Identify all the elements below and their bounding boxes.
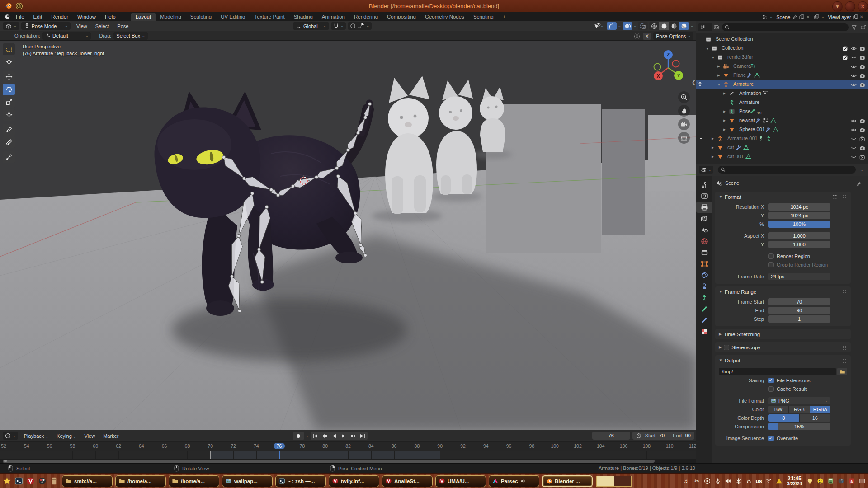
keyboard-layout-indicator[interactable]: us <box>756 478 762 484</box>
camera-x-toggle[interactable] <box>859 154 865 160</box>
properties-tab-texture[interactable] <box>696 326 712 337</box>
tray-play-icon[interactable] <box>704 478 711 485</box>
tab-geometry-nodes[interactable]: Geometry Nodes <box>420 13 469 21</box>
properties-tab-tool[interactable] <box>696 179 712 190</box>
segment-16[interactable]: 16 <box>800 414 831 422</box>
camera-toggle[interactable] <box>859 127 865 133</box>
taskbar-window-blender-[interactable]: Blender ... <box>542 475 593 487</box>
outliner-row-cat[interactable]: ▶cat <box>696 143 868 152</box>
menu-window[interactable]: Window <box>73 13 100 21</box>
outliner-row-plane[interactable]: ▶Plane <box>696 71 868 80</box>
dropdown[interactable]: 24 fps⌄ <box>768 273 830 280</box>
outliner-search-input[interactable] <box>722 23 849 31</box>
eyeclosed-toggle[interactable] <box>851 55 857 61</box>
tab-shading[interactable]: Shading <box>289 13 317 21</box>
scene-selector[interactable]: Scene ✕ <box>774 13 812 21</box>
new-scene-icon[interactable] <box>799 14 805 20</box>
orientation-selector[interactable]: Global ⌄ <box>293 22 329 30</box>
expand-arrow[interactable]: ▶ <box>723 110 726 113</box>
properties-tab-physics[interactable] <box>696 269 712 281</box>
playback-menu[interactable]: Playback ⌄ <box>20 433 52 439</box>
segment-rgb[interactable]: RGB <box>789 406 810 413</box>
tab-rendering[interactable]: Rendering <box>349 13 382 21</box>
value-field[interactable]: 1.000 <box>768 241 830 248</box>
outliner-row-collection[interactable]: ▼Collection <box>696 44 868 53</box>
launcher-star-icon[interactable] <box>3 477 11 485</box>
mirror-x-button[interactable]: X <box>643 33 651 40</box>
material-shading-button[interactable] <box>669 22 679 30</box>
menu-render[interactable]: Render <box>47 13 73 21</box>
taskbar-window-parsec[interactable]: Parsec <box>489 475 539 487</box>
outliner-row-pose[interactable]: ▶Pose19 <box>696 107 868 116</box>
launcher-media-icon[interactable] <box>38 477 47 485</box>
tool-cursor[interactable] <box>3 56 15 68</box>
properties-tab-view-layer[interactable] <box>696 213 712 224</box>
pose-menu[interactable]: Pose <box>113 23 132 29</box>
play-button[interactable] <box>339 432 349 440</box>
tray-scissors-icon[interactable]: ✂ <box>693 478 701 485</box>
value-field[interactable]: 1024 px <box>768 212 830 219</box>
timeline-track[interactable] <box>0 451 696 459</box>
launcher-package-icon[interactable] <box>50 477 58 485</box>
camera-toggle[interactable] <box>859 64 865 70</box>
eye-toggle[interactable] <box>851 127 857 133</box>
workspace-pager[interactable] <box>596 476 632 487</box>
keying-menu[interactable]: Keying ⌄ <box>52 433 80 439</box>
segment-rgba[interactable]: RGBA <box>810 406 830 413</box>
solid-shading-button[interactable] <box>659 22 669 30</box>
checkbox[interactable]: ✓ <box>768 378 774 383</box>
mode-selector[interactable]: Pose Mode ⌄ <box>21 22 71 30</box>
outliner-row-armature[interactable]: Armature <box>696 98 868 107</box>
3d-viewport[interactable]: User Perspective (76) Armature : leg_bac… <box>0 41 696 430</box>
tab-animation[interactable]: Animation <box>317 13 349 21</box>
segment-bw[interactable]: BW <box>768 406 789 413</box>
checkbox[interactable] <box>768 253 774 259</box>
tray-music-icon[interactable]: ♬ <box>683 478 690 485</box>
next-keyframe-button[interactable] <box>349 432 358 440</box>
outliner-row-camera[interactable]: ▶Camera <box>696 62 868 71</box>
eyeclosed-toggle[interactable] <box>851 154 857 160</box>
eye-toggle[interactable] <box>851 118 857 124</box>
tab-compositing[interactable]: Compositing <box>382 13 420 21</box>
remove-viewlayer-icon[interactable]: ✕ <box>860 14 863 19</box>
panel-header[interactable]: ▼Frame Range <box>715 286 851 297</box>
filter-icon[interactable] <box>851 24 857 30</box>
properties-options-dropdown[interactable]: ⌄ <box>860 168 863 172</box>
properties-type-selector[interactable]: ⌄ <box>699 166 713 174</box>
pin-icon[interactable] <box>792 14 797 20</box>
properties-tab-object[interactable] <box>696 258 712 269</box>
camera-toggle[interactable] <box>859 118 865 124</box>
expand-arrow[interactable]: ▶ <box>712 146 714 150</box>
blender-menu-icon[interactable] <box>4 14 10 20</box>
expand-arrow[interactable]: ▶ <box>723 128 726 131</box>
eye-toggle[interactable] <box>851 64 857 70</box>
dropdown[interactable]: PNG⌄ <box>768 397 830 404</box>
properties-tab-object-data[interactable] <box>696 292 712 303</box>
tray-mic-icon[interactable] <box>714 478 722 485</box>
tray-usb-icon[interactable] <box>745 478 753 485</box>
tab-texture-paint[interactable]: Texture Paint <box>250 13 289 21</box>
panel-header[interactable]: ▶Stereoscopy <box>715 342 851 352</box>
pin-id-icon[interactable] <box>856 181 862 187</box>
taskbar-window-twily-inf-[interactable]: twily.inf... <box>329 475 379 487</box>
start-end-fields[interactable]: Start70 End90 <box>632 432 694 440</box>
outliner-row-armature[interactable]: ▼Armature <box>696 80 868 89</box>
jump-to-start-button[interactable] <box>311 432 320 440</box>
auto-key-button[interactable] <box>293 432 304 440</box>
tray-show-desktop-icon[interactable] <box>858 478 865 485</box>
tool-move[interactable] <box>3 71 15 83</box>
window-titlebar[interactable]: Blender [/home/amalie/Desktop/blender/ca… <box>0 0 868 12</box>
taskbar-window-smb-a-[interactable]: smb://a... <box>62 475 113 487</box>
properties-tab-world[interactable] <box>696 235 712 247</box>
tab-uv-editing[interactable]: UV Editing <box>216 13 250 21</box>
drag-dots-icon[interactable] <box>843 290 847 294</box>
tool-rotate[interactable] <box>3 84 15 95</box>
outliner-row-scene-collection[interactable]: Scene Collection <box>696 35 868 44</box>
taskbar-window--home-a-[interactable]: /home/a... <box>115 475 166 487</box>
tool-transform[interactable] <box>3 109 15 121</box>
expand-arrow[interactable]: ▼ <box>717 83 721 86</box>
navigation-gizmo[interactable]: Z X Y <box>651 49 685 83</box>
timeline-ruler[interactable]: 5254565860626466687072747678808284868890… <box>0 442 696 451</box>
value-field[interactable]: 70 <box>768 298 830 305</box>
viewlayer-icon[interactable] <box>814 14 820 20</box>
